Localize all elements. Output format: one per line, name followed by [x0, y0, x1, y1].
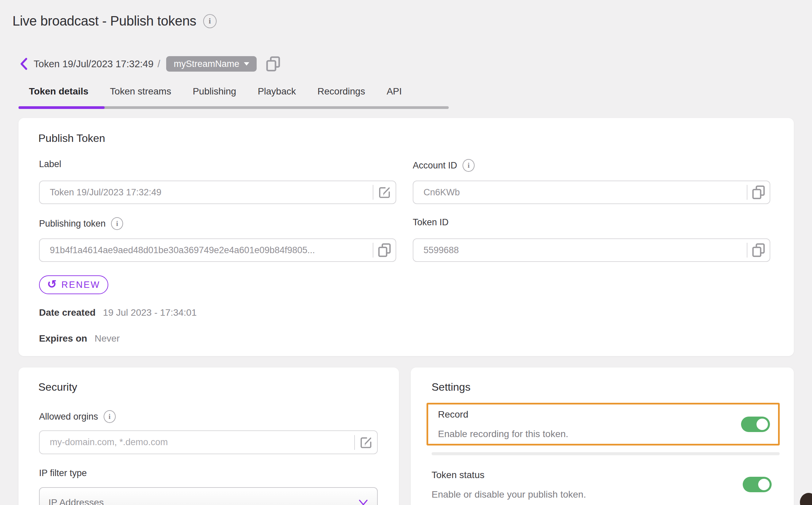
breadcrumb: Token 19/Jul/2023 17:32:49 / myStreamNam…: [20, 56, 281, 72]
ip-filter-type-select[interactable]: IP Addresses: [39, 487, 378, 505]
label-input-value: Token 19/Jul/2023 17:32:49: [40, 187, 373, 198]
back-chevron-icon[interactable]: [20, 58, 28, 70]
label-field-label: Label: [39, 159, 61, 169]
expires-on-row: Expires on Never: [39, 333, 120, 344]
expires-on-label: Expires on: [39, 333, 87, 344]
tab-underline-track: [19, 106, 449, 109]
page-title-info-icon[interactable]: i: [203, 14, 217, 28]
date-created-value: 19 Jul 2023 - 17:34:01: [103, 307, 197, 318]
publishing-token-value: 91b4f1a4614ae9aed48d01be30a369749e2e4a60…: [40, 245, 373, 256]
record-highlight-box: Record Enable recording for this token.: [427, 403, 780, 445]
edit-allowed-origins-icon[interactable]: [355, 436, 377, 449]
publishing-token-input[interactable]: 91b4f1a4614ae9aed48d01be30a369749e2e4a60…: [39, 238, 396, 262]
copy-stream-name-icon[interactable]: [265, 56, 281, 72]
token-status-toggle-knob: [758, 479, 770, 490]
tab-token-streams[interactable]: Token streams: [110, 86, 171, 100]
tab-playback[interactable]: Playback: [258, 86, 296, 100]
copy-account-id-icon[interactable]: [747, 185, 770, 200]
tab-underline-active: [19, 106, 105, 109]
breadcrumb-token-label: Token 19/Jul/2023 17:32:49: [34, 59, 153, 70]
record-toggle-knob: [756, 419, 768, 430]
corner-artifact: [800, 493, 812, 505]
publish-tokens-page: Live broadcast - Publish tokens i Token …: [0, 0, 812, 505]
token-id-input[interactable]: 5599688: [413, 238, 770, 262]
token-status-description: Enable or disable your publish token.: [432, 489, 586, 500]
tab-recordings[interactable]: Recordings: [318, 86, 365, 100]
publish-token-card: Publish Token Label Token 19/Jul/2023 17…: [19, 118, 794, 356]
renew-button-label: RENEW: [62, 280, 101, 290]
tab-bar: Token details Token streams Publishing P…: [29, 86, 402, 100]
allowed-origins-field-label: Allowed orgins i: [39, 410, 116, 423]
security-card: Security Allowed orgins i IP filter type…: [19, 367, 399, 505]
renew-button[interactable]: ↺ RENEW: [39, 275, 108, 294]
page-header: Live broadcast - Publish tokens i: [12, 13, 217, 29]
token-id-value: 5599688: [413, 245, 747, 256]
date-created-row: Date created 19 Jul 2023 - 17:34:01: [39, 307, 197, 318]
caret-down-icon: [244, 62, 249, 66]
refresh-icon: ↺: [47, 278, 57, 290]
account-id-info-icon[interactable]: i: [463, 159, 475, 172]
record-description: Enable recording for this token.: [438, 429, 568, 439]
token-status-label: Token status: [432, 470, 484, 480]
allowed-origins-input-wrap: [39, 430, 378, 454]
publishing-token-field-label: Publishing token i: [39, 217, 123, 230]
record-toggle[interactable]: [741, 417, 770, 432]
settings-heading: Settings: [432, 381, 471, 393]
copy-publishing-token-icon[interactable]: [373, 243, 396, 258]
date-created-label: Date created: [39, 307, 96, 318]
expires-on-value: Never: [95, 333, 120, 344]
breadcrumb-separator: /: [157, 59, 160, 70]
account-id-field-label: Account ID i: [413, 159, 475, 172]
account-id-value: Cn6KWb: [413, 187, 747, 198]
tab-token-details[interactable]: Token details: [29, 86, 88, 100]
chevron-down-icon: [358, 499, 368, 505]
edit-label-icon[interactable]: [373, 186, 396, 199]
label-input[interactable]: Token 19/Jul/2023 17:32:49: [39, 181, 396, 204]
stream-name-dropdown[interactable]: myStreamName: [166, 56, 257, 72]
publish-token-heading: Publish Token: [38, 132, 105, 145]
record-label: Record: [438, 409, 468, 420]
token-id-field-label: Token ID: [413, 217, 449, 228]
token-status-toggle[interactable]: [743, 477, 772, 492]
publishing-token-info-icon[interactable]: i: [111, 217, 123, 230]
settings-divider: [432, 452, 780, 455]
security-heading: Security: [38, 381, 77, 393]
settings-card: Settings Record Enable recording for thi…: [411, 367, 794, 505]
ip-filter-type-label: IP filter type: [39, 468, 87, 478]
copy-token-id-icon[interactable]: [747, 243, 770, 258]
tab-api[interactable]: API: [386, 86, 402, 100]
tab-publishing[interactable]: Publishing: [193, 86, 236, 100]
account-id-input[interactable]: Cn6KWb: [413, 181, 770, 204]
stream-name-label: myStreamName: [174, 59, 239, 69]
page-title: Live broadcast - Publish tokens: [12, 13, 196, 29]
allowed-origins-info-icon[interactable]: i: [104, 410, 116, 423]
allowed-origins-input[interactable]: [40, 437, 354, 448]
ip-filter-type-value: IP Addresses: [48, 497, 104, 505]
